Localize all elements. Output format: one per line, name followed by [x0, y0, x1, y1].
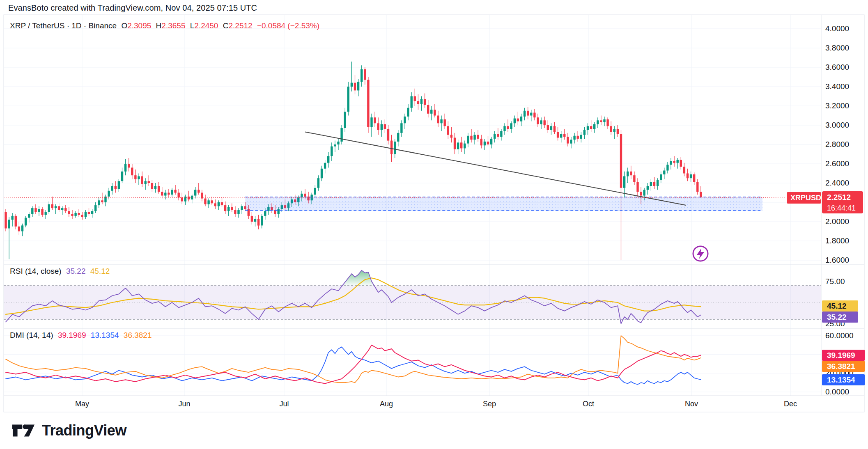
dmi-blue-tag: 13.1354	[822, 374, 865, 385]
price-axis-label: 2.6000	[825, 159, 849, 168]
dmi-legend[interactable]: DMI (14, 14) 39.1969 13.1354 36.3821	[10, 331, 154, 340]
price-axis-label: 2.0000	[825, 217, 849, 226]
dmi-orange-value: 36.3821	[124, 331, 152, 339]
footer-branding[interactable]: TradingView	[12, 422, 126, 439]
time-axis-label: Aug	[380, 400, 393, 408]
flash-idea-button[interactable]	[691, 244, 710, 263]
close-value: 2.2512	[228, 21, 252, 30]
low-label: L	[190, 21, 195, 30]
last-price-tag: 2.2512 16:44:41	[822, 191, 863, 213]
low-value: 2.2450	[194, 21, 218, 30]
lightning-icon	[691, 244, 710, 263]
brand-wordmark: TradingView	[42, 422, 126, 439]
dmi-axis-label: 0.0000	[825, 387, 849, 396]
rsi-title[interactable]: RSI (14, close)	[10, 267, 62, 275]
open-value: 2.3095	[127, 21, 151, 30]
time-axis-label: Sep	[483, 400, 496, 408]
symbol-price-tag: XRPUSDT	[787, 192, 821, 204]
price-axis-label: 3.8000	[825, 44, 849, 53]
dmi-blue-value: 13.1354	[91, 331, 119, 339]
time-axis-label: May	[75, 400, 89, 408]
rsi-axis-label: 75.00	[825, 277, 845, 286]
dmi-pink-tag: 39.1969	[822, 350, 865, 361]
tradingview-chart-page: EvansBoto created with TradingView.com, …	[0, 0, 868, 449]
rsi-value: 35.22	[66, 267, 86, 275]
open-label: O	[121, 21, 127, 30]
time-axis-label: Dec	[784, 400, 797, 408]
price-axis-label: 1.8000	[825, 236, 849, 245]
symbol-title[interactable]: XRP / TetherUS · 1D · Binance	[10, 21, 117, 30]
dmi-axis-label: 60.0000	[825, 331, 854, 340]
price-axis-label: 3.4000	[825, 82, 849, 91]
time-axis-label: Jun	[178, 400, 190, 408]
chart-root: XRP / TetherUS · 1D · Binance O2.3095 H2…	[0, 0, 868, 449]
price-axis-label: 1.6000	[825, 256, 849, 265]
bar-countdown: 16:44:41	[827, 203, 863, 213]
price-axis-label: 2.8000	[825, 140, 849, 149]
close-label: C	[223, 21, 229, 30]
rsi-ma-tag: 45.12	[822, 300, 858, 312]
dmi-orange-tag: 36.3821	[822, 361, 865, 372]
dmi-title[interactable]: DMI (14, 14)	[10, 331, 53, 339]
time-axis-label: Oct	[583, 400, 594, 408]
rsi-value-tag: 35.22	[822, 312, 858, 323]
time-axis-label: Jul	[279, 400, 289, 408]
last-price-value: 2.2512	[827, 192, 863, 203]
change-value: −0.0584 (−2.53%)	[257, 21, 319, 30]
symbol-info-bar[interactable]: XRP / TetherUS · 1D · Binance O2.3095 H2…	[10, 21, 322, 30]
price-axis-label: 3.0000	[825, 121, 849, 130]
price-chart-canvas[interactable]	[0, 0, 868, 449]
high-value: 2.3655	[161, 21, 185, 30]
dmi-pink-value: 39.1969	[58, 331, 86, 339]
rsi-legend[interactable]: RSI (14, close) 35.22 45.12	[10, 267, 112, 276]
price-axis-label: 3.2000	[825, 101, 849, 110]
price-axis-label: 3.6000	[825, 63, 849, 72]
rsi-ma-value: 45.12	[90, 267, 110, 275]
high-label: H	[156, 21, 162, 30]
time-axis-label: Nov	[685, 400, 698, 408]
price-axis-label: 4.0000	[825, 24, 849, 33]
tradingview-logo-icon	[12, 422, 36, 439]
price-axis-label: 2.4000	[825, 179, 849, 188]
